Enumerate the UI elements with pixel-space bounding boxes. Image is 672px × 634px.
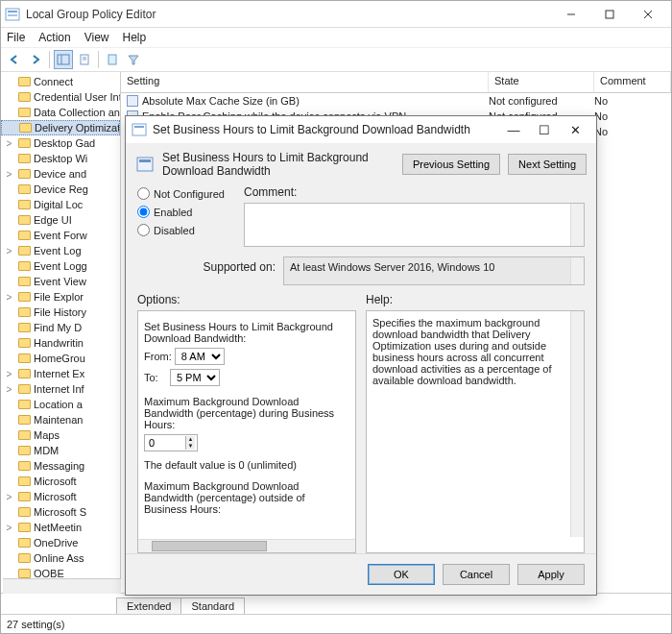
- expand-icon[interactable]: >: [5, 138, 13, 149]
- scrollbar-icon[interactable]: [570, 204, 584, 246]
- expand-icon[interactable]: >: [5, 384, 13, 395]
- max-during-spinner[interactable]: ▲▼: [144, 434, 198, 451]
- tree-item[interactable]: Maintenan: [1, 412, 120, 427]
- tree-item[interactable]: MDM: [1, 443, 120, 458]
- expand-icon[interactable]: >: [5, 369, 13, 379]
- maximize-button[interactable]: [590, 2, 629, 27]
- tree-label: OneDrive: [34, 537, 78, 549]
- expand-icon[interactable]: >: [5, 292, 13, 303]
- tab-extended[interactable]: Extended: [116, 597, 181, 614]
- tree-label: Internet Inf: [34, 383, 84, 395]
- folder-icon: [18, 77, 31, 86]
- tree-item[interactable]: >NetMeetin: [1, 520, 120, 535]
- tree-item[interactable]: OneDrive: [1, 535, 120, 550]
- col-state[interactable]: State: [489, 72, 594, 92]
- refresh-icon[interactable]: [103, 50, 122, 69]
- tree-item[interactable]: >File Explor: [1, 289, 120, 305]
- tree-item[interactable]: Messaging: [1, 458, 120, 474]
- ok-button[interactable]: OK: [368, 564, 435, 585]
- spinner-down-icon[interactable]: ▼: [186, 443, 195, 450]
- radio-enabled[interactable]: Enabled: [137, 206, 225, 218]
- back-icon[interactable]: [5, 50, 24, 69]
- dialog-minimize-button[interactable]: —: [498, 123, 529, 137]
- apply-button[interactable]: Apply: [517, 564, 585, 585]
- folder-icon: [18, 492, 31, 501]
- previous-setting-button[interactable]: Previous Setting: [402, 154, 500, 175]
- tree-item[interactable]: Edge UI: [1, 212, 120, 228]
- folder-icon: [18, 184, 31, 194]
- state-radio-group: Not Configured Enabled Disabled: [137, 185, 225, 247]
- expand-icon[interactable]: >: [5, 523, 13, 533]
- options-h-scrollbar[interactable]: [138, 539, 355, 552]
- tree-scrollbar[interactable]: [3, 578, 121, 594]
- radio-disabled[interactable]: Disabled: [137, 224, 225, 236]
- dialog-close-button[interactable]: ✕: [560, 123, 590, 137]
- show-tree-icon[interactable]: [54, 50, 73, 69]
- tree-label: HomeGrou: [34, 353, 85, 364]
- tree-item[interactable]: >Internet Ex: [1, 366, 120, 381]
- folder-icon: [18, 338, 31, 348]
- tree-item[interactable]: Handwritin: [1, 335, 120, 351]
- filter-icon[interactable]: [124, 50, 143, 69]
- tree-item[interactable]: Online Ass: [1, 550, 120, 566]
- tree-item[interactable]: Data Collection and Preview: [1, 105, 120, 120]
- tree-item[interactable]: Location a: [1, 397, 120, 412]
- tree-item[interactable]: HomeGrou: [1, 351, 120, 366]
- tab-standard[interactable]: Standard: [180, 597, 245, 614]
- from-select[interactable]: 8 AM: [175, 348, 225, 365]
- dialog-maximize-button[interactable]: ☐: [529, 123, 560, 137]
- tree-item[interactable]: Digital Loc: [1, 197, 120, 212]
- tree-item[interactable]: Delivery Optimization: [1, 120, 120, 135]
- folder-icon: [18, 215, 31, 225]
- tree-item[interactable]: >Event Log: [1, 243, 120, 258]
- forward-icon[interactable]: [26, 50, 45, 69]
- tree-item[interactable]: Connect: [1, 74, 120, 89]
- menu-action[interactable]: Action: [38, 31, 70, 44]
- tree-item[interactable]: >Microsoft: [1, 489, 120, 504]
- max-outside-label: Maximum Background Download Bandwidth (p…: [144, 480, 349, 515]
- nav-tree[interactable]: ConnectCredential User InterfaceData Col…: [1, 72, 121, 593]
- list-row[interactable]: Absolute Max Cache Size (in GB)Not confi…: [121, 93, 671, 109]
- tree-item[interactable]: File History: [1, 305, 120, 320]
- tree-item[interactable]: Device Reg: [1, 182, 120, 197]
- tree-item[interactable]: Maps: [1, 427, 120, 443]
- tree-item[interactable]: Event View: [1, 274, 120, 289]
- tree-item[interactable]: >Device and: [1, 166, 120, 182]
- max-during-value[interactable]: [147, 436, 185, 450]
- tree-item[interactable]: Find My D: [1, 320, 120, 335]
- tree-label: MDM: [34, 445, 59, 456]
- help-v-scrollbar[interactable]: [570, 311, 584, 537]
- next-setting-button[interactable]: Next Setting: [508, 154, 587, 175]
- menu-view[interactable]: View: [84, 31, 109, 44]
- tree-item[interactable]: >Internet Inf: [1, 381, 120, 397]
- minimize-button[interactable]: [552, 2, 590, 27]
- tree-label: Digital Loc: [34, 199, 83, 210]
- properties-icon[interactable]: [75, 50, 94, 69]
- folder-icon: [18, 246, 31, 256]
- spinner-up-icon[interactable]: ▲: [186, 436, 195, 443]
- tree-item[interactable]: Desktop Wi: [1, 151, 120, 166]
- comment-textarea[interactable]: [244, 203, 585, 247]
- tree-item[interactable]: Microsoft S: [1, 504, 120, 520]
- radio-not-configured[interactable]: Not Configured: [137, 187, 225, 200]
- menu-help[interactable]: Help: [123, 31, 147, 44]
- folder-icon: [18, 384, 31, 394]
- tree-item[interactable]: >Desktop Gad: [1, 135, 120, 151]
- tree-label: Microsoft S: [34, 506, 86, 518]
- expand-icon[interactable]: >: [5, 169, 13, 180]
- col-setting[interactable]: Setting: [121, 72, 489, 92]
- status-text: 27 setting(s): [7, 619, 65, 630]
- tree-item[interactable]: Event Logg: [1, 258, 120, 274]
- menu-file[interactable]: File: [7, 31, 25, 44]
- close-button[interactable]: [629, 2, 667, 27]
- to-select[interactable]: 5 PM: [170, 369, 220, 386]
- scrollbar-icon[interactable]: [570, 257, 584, 284]
- from-label: From:: [144, 351, 172, 362]
- cancel-button[interactable]: Cancel: [443, 564, 510, 585]
- expand-icon[interactable]: >: [5, 246, 13, 256]
- col-comment[interactable]: Comment: [594, 72, 671, 92]
- tree-item[interactable]: Event Forw: [1, 228, 120, 243]
- expand-icon[interactable]: >: [5, 492, 13, 502]
- tree-item[interactable]: Microsoft: [1, 474, 120, 489]
- tree-item[interactable]: Credential User Interface: [1, 89, 120, 105]
